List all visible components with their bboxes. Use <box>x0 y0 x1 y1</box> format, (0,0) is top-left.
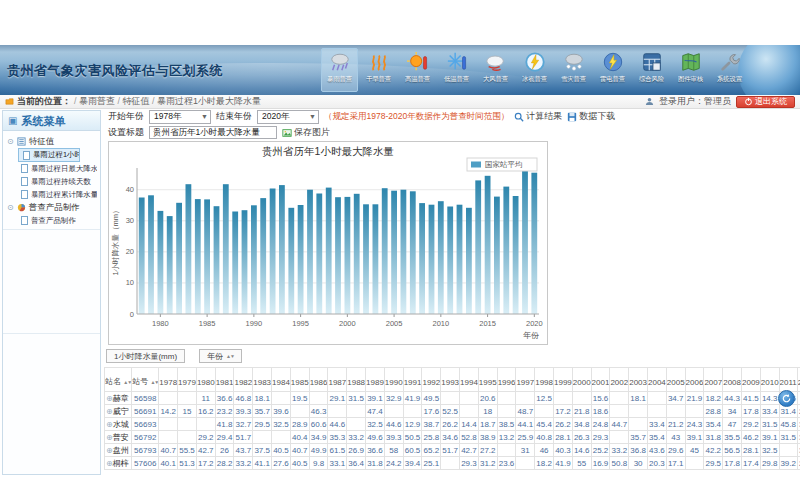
year-column-header[interactable]: 1988 <box>347 368 366 392</box>
year-column-header[interactable]: 1991 <box>403 368 422 392</box>
year-column-header[interactable]: 1989 <box>366 368 385 392</box>
year-column-header[interactable]: 2003 <box>629 368 648 392</box>
breadcrumb-item[interactable]: 特征值 <box>123 96 150 106</box>
year-column-header[interactable]: 1997 <box>516 368 535 392</box>
year-column-header[interactable]: 2000 <box>572 368 591 392</box>
value-cell: 18.1 <box>629 392 648 405</box>
toolbar-item-rainstorm[interactable]: 暴雨普查 <box>321 48 358 92</box>
year-column-header[interactable]: 2008 <box>723 368 742 392</box>
year-column-header[interactable]: 2001 <box>591 368 610 392</box>
sidebar-item[interactable]: 暴雨过程日最大降水量 <box>18 162 98 175</box>
year-column-header[interactable]: 2010 <box>760 368 779 392</box>
breadcrumb-bar: 当前的位置： / 暴雨普查 / 特征值 / 暴雨过程1小时最大降水量 登录用户：… <box>0 95 800 109</box>
toolbar-item-map-review[interactable]: 图件审核 <box>672 48 709 92</box>
value-cell: 15.6 <box>591 392 610 405</box>
year-column-header[interactable]: 1992 <box>422 368 441 392</box>
save-image-button[interactable]: 保存图片 <box>282 126 330 139</box>
sidebar-splitter-1[interactable] <box>3 229 100 230</box>
toolbar-item-label: 综合风险 <box>636 75 668 84</box>
toolbar-item-lightning[interactable]: 雷电普查 <box>594 48 631 92</box>
download-button[interactable]: 数据下载 <box>567 110 615 123</box>
tree-expander-icon[interactable]: ⊙ <box>7 203 14 212</box>
year-column-header[interactable]: 1980 <box>196 368 215 392</box>
toolbar-item-label: 冰雹普查 <box>519 75 551 84</box>
sidebar-splitter-2[interactable] <box>3 333 100 334</box>
toolbar-item-wind[interactable]: 大风普查 <box>477 48 514 92</box>
expand-row-icon[interactable]: ⊕ <box>106 420 113 429</box>
sort-icons[interactable]: ▲▼ <box>150 379 158 385</box>
sidebar-title-bar: ▣ 系统菜单 <box>3 111 100 131</box>
year-column-header[interactable]: 1985 <box>290 368 309 392</box>
toolbar-item-high-temp[interactable]: 高温普查 <box>399 48 436 92</box>
year-column-header[interactable]: 1982 <box>234 368 253 392</box>
page-icon <box>21 177 28 186</box>
measure-chip[interactable]: 1小时降水量(mm) <box>106 349 185 363</box>
year-column-header[interactable]: 1983 <box>253 368 272 392</box>
calculate-button[interactable]: 计算结果 <box>514 110 562 123</box>
station-id-header[interactable]: 站号 ▲▼ <box>132 368 159 392</box>
year-column-header[interactable]: 2004 <box>648 368 667 392</box>
x-tick-label: 2015 <box>479 319 496 328</box>
start-year-select[interactable]: 1978年 ▼ <box>149 110 211 124</box>
year-column-header[interactable]: 2002 <box>610 368 629 392</box>
toolbar-item-hail[interactable]: 冰雹普查 <box>516 48 553 92</box>
sidebar-item[interactable]: 暴雨过程持续天数 <box>18 175 98 188</box>
value-cell <box>685 405 704 418</box>
bar <box>373 204 379 314</box>
toolbar-item-snow[interactable]: 雪灾普查 <box>555 48 592 92</box>
bar <box>466 208 472 314</box>
year-column-header[interactable]: 1998 <box>535 368 554 392</box>
logout-button[interactable]: 退出系统 <box>736 96 795 108</box>
toolbar-item-settings[interactable]: 系统设置 <box>711 48 748 92</box>
sidebar-item[interactable]: 暴雨过程累计降水量 <box>18 188 98 201</box>
sidebar-group-0[interactable]: ⊙特征值 <box>5 135 98 148</box>
tree-expander-icon[interactable]: ⊙ <box>7 137 14 146</box>
map-review-icon <box>680 51 702 73</box>
year-column-header[interactable]: 2005 <box>666 368 685 392</box>
year-column-header[interactable]: 1981 <box>215 368 234 392</box>
end-year-select[interactable]: 2020年 ▼ <box>257 110 319 124</box>
year-column-header[interactable]: 1996 <box>497 368 516 392</box>
year-column-header[interactable]: 1987 <box>328 368 347 392</box>
year-column-header[interactable]: 1994 <box>460 368 479 392</box>
year-column-header[interactable]: 1999 <box>554 368 573 392</box>
chart-title-input[interactable] <box>149 126 277 139</box>
value-cell <box>309 392 328 405</box>
year-column-header[interactable]: 2011 <box>779 368 797 392</box>
expand-row-icon[interactable]: ⊕ <box>106 446 113 455</box>
refresh-float-button[interactable] <box>778 390 795 407</box>
year-column-header[interactable]: 1984 <box>272 368 291 392</box>
year-column-header[interactable]: 2009 <box>741 368 760 392</box>
bar <box>326 188 332 314</box>
value-cell <box>779 444 797 457</box>
toolbar-item-low-temp[interactable]: 低温普查 <box>438 48 475 92</box>
year-column-header[interactable]: 2007 <box>704 368 723 392</box>
year-column-header[interactable]: 1993 <box>441 368 460 392</box>
y-tick-label: 10 <box>126 278 134 287</box>
breadcrumb-item[interactable]: 暴雨普查 <box>79 96 115 106</box>
year-column-header[interactable]: 2006 <box>685 368 704 392</box>
expand-row-icon[interactable]: ⊕ <box>106 459 113 468</box>
sidebar-item[interactable]: 普查产品制作 <box>18 214 98 227</box>
toolbar-item-composite-risk[interactable]: 综合风险 <box>633 48 670 92</box>
toolbar-item-label: 大风普查 <box>480 75 512 84</box>
expand-row-icon[interactable]: ⊕ <box>106 394 113 403</box>
sidebar-item[interactable]: 暴雨过程1小时最大降水量 <box>18 148 80 162</box>
year-column-header[interactable]: 1995 <box>478 368 497 392</box>
year-column-header[interactable]: 1986 <box>309 368 328 392</box>
application-window: 贵州省气象灾害风险评估与区划系统 暴雨普查干旱普查高温普查低温普查大风普查冰雹普… <box>0 45 800 477</box>
logged-in-user-label: 登录用户：管理员 <box>659 95 731 108</box>
sort-icons[interactable]: ▲▼ <box>123 379 131 385</box>
value-cell: 41.5 <box>741 392 760 405</box>
year-column-header[interactable]: 1990 <box>384 368 403 392</box>
value-cell <box>666 405 685 418</box>
station-name-header[interactable]: 站名 ▲▼ <box>105 368 132 392</box>
toolbar-item-drought[interactable]: 干旱普查 <box>360 48 397 92</box>
year-column-header[interactable]: 1979 <box>178 368 197 392</box>
expand-row-icon[interactable]: ⊕ <box>106 433 113 442</box>
year-field-chip[interactable]: 年份 ▲▼ <box>199 349 242 363</box>
breadcrumb-item[interactable]: 暴雨过程1小时最大降水量 <box>157 96 261 106</box>
year-column-header[interactable]: 1978 <box>159 368 178 392</box>
expand-row-icon[interactable]: ⊕ <box>106 407 113 416</box>
sidebar-group-1[interactable]: ⊙普查产品制作 <box>5 201 98 214</box>
